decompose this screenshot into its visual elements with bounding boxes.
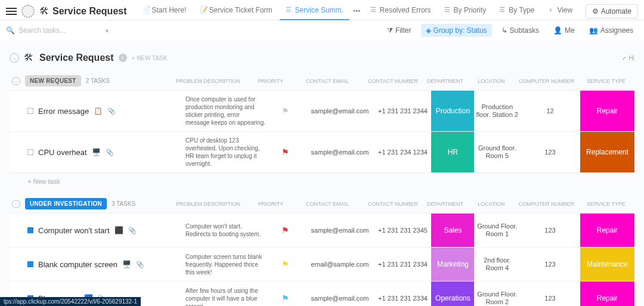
automate-button[interactable]: ⚙ Automate [586,4,638,18]
flag-icon: ⚑ [281,225,289,235]
status-square[interactable] [27,149,33,155]
tab-resolved-errors[interactable]: ☰ Resolved Errors [364,2,437,20]
filter-button[interactable]: ⧩ Filter [382,24,416,37]
new-task-row[interactable]: + New task [10,173,634,193]
page-title: Service Request [52,6,127,17]
tab-start-here[interactable]: 📄 Start Here! [137,2,193,20]
tab-service-ticket-form[interactable]: 📝 Service Ticket Form [194,2,278,20]
more-dots-icon[interactable]: ••• [351,7,363,16]
contact-number-cell: +1 231 234 1234 [374,149,432,156]
section-title: Service Request [39,52,114,63]
search-icon: 🔍 [6,26,15,35]
contact-email-cell: email@sample.com [305,261,374,268]
location-cell: 2nd floor. Room 4 [474,256,520,272]
tab-label: Service Summ. [295,6,343,14]
new-task-button[interactable]: + NEW TASK [132,55,168,61]
attachment-icon[interactable]: 📎 [106,149,114,156]
tab-label: View [557,6,572,14]
tab-by-priority[interactable]: ☰ By Priority [438,2,493,20]
department-cell[interactable]: Marketing [431,248,474,281]
task-count: 3 TASKS [112,200,135,207]
group-by-button[interactable]: ◈ Group by: Status [421,24,492,37]
group-by-label: Group by: Status [434,26,487,35]
me-button[interactable]: 👤 Me [549,24,580,37]
list-icon: ☰ [444,6,451,14]
status-pill[interactable]: NEW REQUEST [25,75,81,86]
assignees-button[interactable]: 👥 Assignees [584,24,638,37]
department-cell[interactable]: Sales [431,214,474,247]
location-cell: Ground Floor. Room 2 [474,290,520,306]
priority-cell[interactable]: ⚑ [265,147,305,157]
computer-number-cell: 123 [520,149,580,156]
sync-icon [21,5,35,18]
contact-number-cell: +1 231 231 2345 [374,227,432,234]
info-icon[interactable]: i [119,54,127,62]
task-name[interactable]: Blank computer screen [38,260,117,269]
tab-by-type[interactable]: ☰ By Type [493,2,540,20]
search-input[interactable] [18,26,90,35]
status-square[interactable] [27,108,33,114]
browser-status-bar: tps://app.clickup.com/20542222/v/l/6-205… [0,297,141,306]
problem-description-cell: After few hours of using the computer it… [185,287,265,307]
department-cell[interactable]: Production [431,91,474,131]
computer-number-cell: 123 [520,261,580,268]
task-emoji-icon: 🖥️ [92,148,101,156]
table-row[interactable]: CPU overheat 🖥️ 📎 CPU of desktop 123 ove… [10,132,634,173]
department-cell[interactable]: HR [431,132,474,172]
hide-button[interactable]: ✓ Hi [622,55,634,61]
task-count: 2 TASKS [86,78,110,84]
problem-description-cell: CPU of desktop 123 overheated. Upon chec… [185,137,265,168]
service-type-cell[interactable]: Repair [580,282,634,306]
tab-label: By Priority [454,6,487,14]
automation-icon: ⚙ [592,7,599,16]
problem-description-cell: Once computer is used for production mon… [185,95,265,126]
group-collapse-toggle[interactable]: ⌄ [12,77,20,85]
department-cell[interactable]: Operations [431,282,474,306]
contact-number-cell: +1 231 231 2334 [374,295,432,302]
computer-number-cell: 123 [520,295,580,302]
task-name[interactable]: CPU overheat [38,148,87,157]
task-name[interactable]: Computer won't start [38,226,110,235]
chevron-down-icon[interactable]: ▾ [106,27,109,34]
task-emoji-icon: ⬛ [114,226,123,234]
priority-cell[interactable]: ⚑ [265,259,305,269]
status-square[interactable] [27,261,33,267]
priority-cell[interactable]: ⚑ [265,293,305,303]
filter-label: Filter [395,26,411,35]
group-collapse-toggle[interactable]: ⌄ [12,200,20,208]
contact-email-cell: sample@email.com [305,227,374,234]
status-pill[interactable]: UNDER INVESTIGATION [25,198,107,209]
flag-icon: ⚑ [281,106,289,116]
groupby-icon: ◈ [426,26,431,35]
subtask-icon: ↳ [501,26,507,35]
service-type-cell[interactable]: Repair [580,91,634,131]
task-emoji-icon: 📋 [94,107,103,115]
table-row[interactable]: Blank computer screen 🖥️ 📎 Computer scre… [10,248,634,282]
contact-number-cell: +1 231 231 2344 [374,107,432,115]
status-square[interactable] [27,227,33,233]
table-row[interactable]: Error message 📋 📎 Once computer is used … [10,90,634,132]
subtasks-label: Subtasks [510,26,539,35]
service-type-cell[interactable]: Maintenance [580,248,634,281]
attachment-icon[interactable]: 📎 [107,107,116,115]
plus-icon: ＋ [547,5,555,14]
attachment-icon[interactable]: 📎 [136,261,144,268]
priority-cell[interactable]: ⚑ [265,106,305,116]
space-icon-small: 🛠 [24,52,33,63]
list-icon: ☰ [370,6,377,14]
table-row[interactable]: Computer won't start ⬛ 📎 Computer won't … [10,213,634,248]
tab-label: Service Ticket Form [209,6,273,14]
tab-label: Resolved Errors [380,6,431,14]
tab-service-summary[interactable]: ☰ Service Summ. [280,2,349,20]
hamburger-icon[interactable] [6,6,17,17]
tab-add-view[interactable]: ＋ View [541,2,578,20]
service-type-cell[interactable]: Repair [580,214,634,247]
service-type-cell[interactable]: Replacement [580,132,634,172]
flag-icon: ⚑ [281,147,289,157]
priority-cell[interactable]: ⚑ [265,225,305,235]
section-collapse-toggle[interactable]: ⌄ [10,53,19,63]
subtasks-button[interactable]: ↳ Subtasks [497,24,544,37]
me-label: Me [565,26,575,35]
task-name[interactable]: Error message [38,107,89,116]
attachment-icon[interactable]: 📎 [128,227,137,234]
